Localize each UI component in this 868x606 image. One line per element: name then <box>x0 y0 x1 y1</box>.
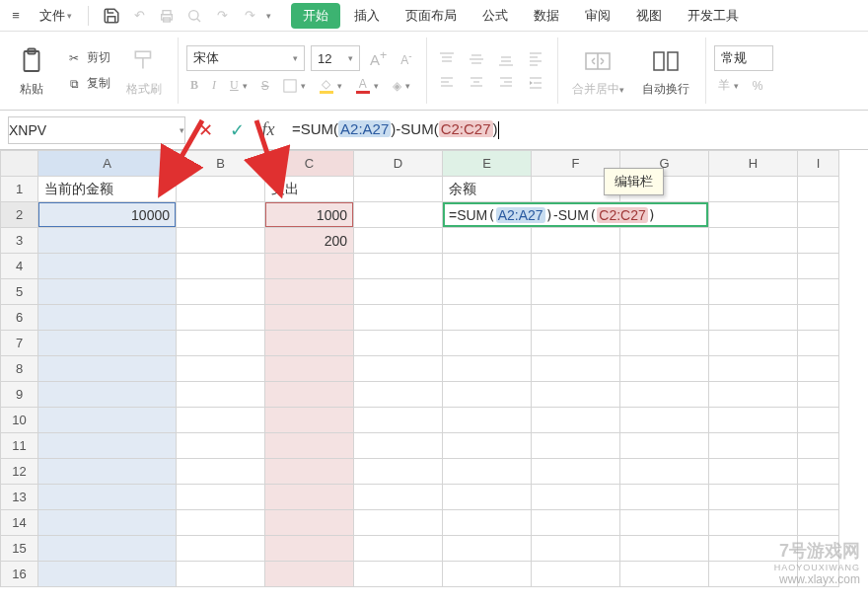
row-header-15[interactable]: 15 <box>1 536 38 562</box>
number-format-select[interactable]: 常规 <box>714 45 773 71</box>
cell-C1[interactable]: 支出 <box>265 177 354 202</box>
font-name-select[interactable]: 宋体 ▾ <box>186 45 305 71</box>
cell-A2[interactable]: 10000 <box>38 202 177 228</box>
row-header-5[interactable]: 5 <box>1 279 38 305</box>
cell-I2[interactable] <box>798 202 839 228</box>
save-button[interactable] <box>101 5 122 27</box>
row-header-9[interactable]: 9 <box>1 382 38 408</box>
merge-center-button[interactable]: 合并居中▾ <box>566 41 630 100</box>
row-header-12[interactable]: 12 <box>1 459 38 485</box>
cell-D2[interactable] <box>354 202 443 228</box>
row-header-10[interactable]: 10 <box>1 408 38 433</box>
redo-button[interactable]: ↷ <box>211 5 233 27</box>
cell-I1[interactable] <box>798 177 839 202</box>
row-header-7[interactable]: 7 <box>1 331 38 356</box>
tab-view[interactable]: 视图 <box>624 3 674 29</box>
row-header-16[interactable]: 16 <box>1 562 38 587</box>
col-header-H[interactable]: H <box>709 151 798 177</box>
decrease-font-button[interactable]: A- <box>397 48 415 69</box>
format-painter-button[interactable]: 格式刷 <box>120 41 168 100</box>
copy-button[interactable]: ⧉ 复制 <box>61 73 114 95</box>
tab-insert[interactable]: 插入 <box>342 3 392 29</box>
confirm-formula-button[interactable]: ✓ <box>225 118 249 142</box>
align-right-button[interactable] <box>494 73 518 93</box>
cell-H1[interactable] <box>709 177 798 202</box>
cell-E1[interactable]: 余额 <box>443 177 532 202</box>
tab-data[interactable]: 数据 <box>522 3 571 29</box>
row-header-3[interactable]: 3 <box>1 228 38 254</box>
row-header-4[interactable]: 4 <box>1 254 38 279</box>
col-header-C[interactable]: C <box>265 151 354 177</box>
clipboard-group: 粘贴 ✂ 剪切 ⧉ 复制 格式刷 <box>8 38 179 104</box>
cell-C2[interactable]: 1000 <box>265 202 354 228</box>
fill-color-button[interactable]: ◇ ▾ <box>316 75 346 96</box>
redo2-button[interactable]: ↷ <box>239 5 260 27</box>
col-header-D[interactable]: D <box>354 151 443 177</box>
orientation-button[interactable] <box>524 49 547 69</box>
font-name-value: 宋体 <box>193 49 219 67</box>
cell-H2[interactable] <box>709 202 798 228</box>
clear-format-button[interactable]: ◈▾ <box>389 77 414 95</box>
row-header-8[interactable]: 8 <box>1 356 38 382</box>
italic-button[interactable]: I <box>208 76 220 95</box>
tab-home[interactable]: 开始 <box>291 3 340 29</box>
cell-E2-active[interactable]: =SUM(A2:A27)-SUM(C2:C27) <box>443 202 709 228</box>
font-size-select[interactable]: 12 ▾ <box>311 45 360 71</box>
row-header-13[interactable]: 13 <box>1 485 38 510</box>
table-row: 2 10000 1000 =SUM(A2:A27)-SUM(C2:C27) <box>1 202 839 228</box>
col-header-B[interactable]: B <box>177 151 265 177</box>
font-color-button[interactable]: A ▾ <box>352 75 383 96</box>
cut-button[interactable]: ✂ 剪切 <box>61 47 114 69</box>
name-box[interactable]: XNPV ▾ <box>8 116 185 144</box>
row-header-6[interactable]: 6 <box>1 305 38 331</box>
grid-table[interactable]: A B C D E F G H I 1 当前的金额 支出 余额 2 10000 … <box>0 150 839 587</box>
align-top-button[interactable] <box>435 49 459 69</box>
cancel-formula-button[interactable]: ✕ <box>193 118 217 142</box>
svg-rect-8 <box>284 79 296 91</box>
underline-button[interactable]: U▾ <box>226 76 252 95</box>
col-header-I[interactable]: I <box>798 151 839 177</box>
bold-button[interactable]: B <box>186 76 202 95</box>
cell-C3[interactable]: 200 <box>265 228 354 254</box>
quick-access-toolbar: ↶ ↷ ↷ ▾ <box>101 5 271 27</box>
hamburger-icon[interactable]: ≡ <box>4 4 28 28</box>
align-middle-button[interactable] <box>465 49 488 69</box>
align-bottom-button[interactable] <box>494 49 518 69</box>
paste-label: 粘贴 <box>20 81 43 98</box>
qat-more-icon[interactable]: ▾ <box>266 11 271 21</box>
tab-review[interactable]: 审阅 <box>573 3 622 29</box>
formula-input[interactable]: =SUM(A2:A27)-SUM(C2:C27) <box>288 116 860 144</box>
row-header-2[interactable]: 2 <box>1 202 38 228</box>
cell-A3[interactable] <box>38 228 177 254</box>
paste-button[interactable]: 粘贴 <box>8 41 55 100</box>
undo-button[interactable]: ↶ <box>128 5 150 27</box>
align-left-button[interactable] <box>435 73 459 93</box>
file-menu[interactable]: 文件 ▾ <box>36 7 76 25</box>
tab-developer[interactable]: 开发工具 <box>676 3 751 29</box>
cell-B1[interactable] <box>177 177 265 202</box>
percent-button[interactable]: % <box>749 77 767 95</box>
row-header-11[interactable]: 11 <box>1 433 38 459</box>
row-header-14[interactable]: 14 <box>1 510 38 536</box>
fx-button[interactable]: fx <box>256 118 280 142</box>
alignment-group <box>435 38 558 104</box>
border-button[interactable]: ▾ <box>279 77 310 95</box>
strike-button[interactable]: S <box>257 77 273 95</box>
row-header-1[interactable]: 1 <box>1 177 38 202</box>
print-button[interactable] <box>156 5 178 27</box>
cell-B2[interactable] <box>177 202 265 228</box>
tab-page-layout[interactable]: 页面布局 <box>394 3 469 29</box>
currency-button[interactable]: 羊▾ <box>714 75 743 96</box>
col-header-A[interactable]: A <box>38 151 177 177</box>
indent-button[interactable] <box>524 73 547 93</box>
cell-D1[interactable] <box>354 177 443 202</box>
cell-A1[interactable]: 当前的金额 <box>38 177 177 202</box>
table-row: 7 <box>1 331 839 356</box>
align-center-button[interactable] <box>465 73 488 93</box>
wrap-text-button[interactable]: 自动换行 <box>636 41 695 100</box>
col-header-E[interactable]: E <box>443 151 532 177</box>
print-preview-button[interactable] <box>183 5 205 27</box>
tab-formulas[interactable]: 公式 <box>470 3 520 29</box>
increase-font-button[interactable]: A+ <box>366 46 391 70</box>
select-all-corner[interactable] <box>1 151 38 177</box>
